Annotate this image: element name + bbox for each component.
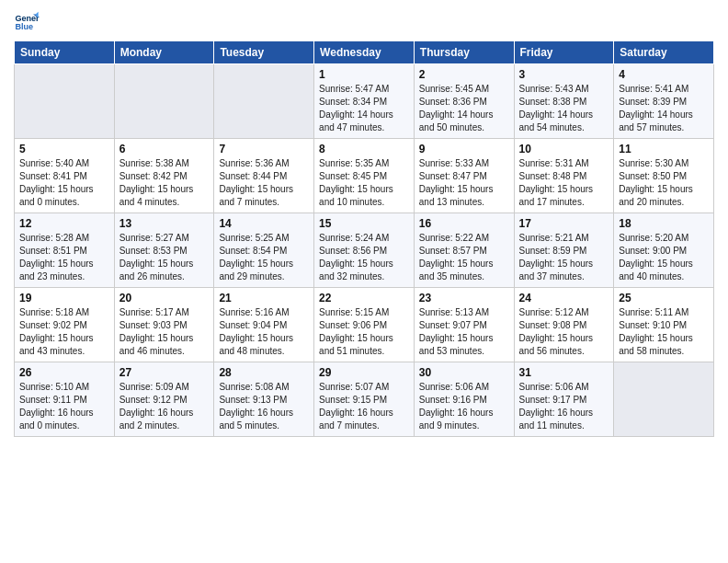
day-info: Sunrise: 5:33 AM Sunset: 8:47 PM Dayligh… bbox=[419, 157, 509, 209]
col-header-friday: Friday bbox=[514, 41, 614, 64]
day-number: 16 bbox=[419, 217, 509, 230]
week-row-2: 5Sunrise: 5:40 AM Sunset: 8:41 PM Daylig… bbox=[15, 139, 714, 213]
week-row-4: 19Sunrise: 5:18 AM Sunset: 9:02 PM Dayli… bbox=[15, 288, 714, 362]
day-cell: 28Sunrise: 5:08 AM Sunset: 9:13 PM Dayli… bbox=[214, 362, 314, 437]
day-cell: 6Sunrise: 5:38 AM Sunset: 8:42 PM Daylig… bbox=[114, 139, 214, 213]
day-info: Sunrise: 5:20 AM Sunset: 9:00 PM Dayligh… bbox=[619, 232, 709, 283]
day-info: Sunrise: 5:30 AM Sunset: 8:50 PM Dayligh… bbox=[619, 157, 709, 209]
day-cell bbox=[214, 64, 314, 139]
day-info: Sunrise: 5:18 AM Sunset: 9:02 PM Dayligh… bbox=[19, 306, 109, 358]
day-info: Sunrise: 5:43 AM Sunset: 8:38 PM Dayligh… bbox=[519, 83, 609, 134]
day-number: 9 bbox=[419, 143, 509, 155]
day-info: Sunrise: 5:24 AM Sunset: 8:56 PM Dayligh… bbox=[319, 232, 409, 283]
day-cell: 20Sunrise: 5:17 AM Sunset: 9:03 PM Dayli… bbox=[114, 288, 214, 362]
calendar-header-row: SundayMondayTuesdayWednesdayThursdayFrid… bbox=[15, 41, 714, 64]
day-info: Sunrise: 5:31 AM Sunset: 8:48 PM Dayligh… bbox=[519, 157, 609, 209]
day-number: 8 bbox=[319, 143, 409, 155]
day-number: 26 bbox=[19, 366, 109, 379]
day-number: 18 bbox=[619, 217, 709, 230]
day-info: Sunrise: 5:16 AM Sunset: 9:04 PM Dayligh… bbox=[219, 306, 309, 358]
day-number: 14 bbox=[219, 217, 309, 230]
day-cell: 21Sunrise: 5:16 AM Sunset: 9:04 PM Dayli… bbox=[214, 288, 314, 362]
day-number: 20 bbox=[119, 292, 210, 304]
day-number: 4 bbox=[619, 68, 709, 81]
calendar-table: SundayMondayTuesdayWednesdayThursdayFrid… bbox=[14, 40, 714, 437]
day-number: 23 bbox=[419, 292, 509, 304]
day-info: Sunrise: 5:08 AM Sunset: 9:13 PM Dayligh… bbox=[219, 381, 309, 432]
day-cell bbox=[15, 64, 115, 139]
day-cell: 23Sunrise: 5:13 AM Sunset: 9:07 PM Dayli… bbox=[414, 288, 514, 362]
day-number: 27 bbox=[119, 366, 210, 379]
col-header-wednesday: Wednesday bbox=[314, 41, 415, 64]
day-cell: 3Sunrise: 5:43 AM Sunset: 8:38 PM Daylig… bbox=[514, 64, 614, 139]
day-info: Sunrise: 5:21 AM Sunset: 8:59 PM Dayligh… bbox=[519, 232, 609, 283]
day-cell: 27Sunrise: 5:09 AM Sunset: 9:12 PM Dayli… bbox=[114, 362, 214, 437]
week-row-1: 1Sunrise: 5:47 AM Sunset: 8:34 PM Daylig… bbox=[15, 64, 714, 139]
day-info: Sunrise: 5:09 AM Sunset: 9:12 PM Dayligh… bbox=[119, 381, 210, 432]
logo-icon: General Blue bbox=[14, 9, 40, 35]
day-cell: 25Sunrise: 5:11 AM Sunset: 9:10 PM Dayli… bbox=[614, 288, 714, 362]
day-number: 19 bbox=[19, 292, 109, 304]
day-cell: 24Sunrise: 5:12 AM Sunset: 9:08 PM Dayli… bbox=[514, 288, 614, 362]
day-cell: 30Sunrise: 5:06 AM Sunset: 9:16 PM Dayli… bbox=[414, 362, 514, 437]
day-cell: 15Sunrise: 5:24 AM Sunset: 8:56 PM Dayli… bbox=[314, 213, 415, 288]
day-number: 7 bbox=[219, 143, 309, 155]
day-cell: 12Sunrise: 5:28 AM Sunset: 8:51 PM Dayli… bbox=[15, 213, 115, 288]
day-cell: 4Sunrise: 5:41 AM Sunset: 8:39 PM Daylig… bbox=[614, 64, 714, 139]
day-info: Sunrise: 5:17 AM Sunset: 9:03 PM Dayligh… bbox=[119, 306, 210, 358]
day-number: 11 bbox=[619, 143, 709, 155]
day-cell: 5Sunrise: 5:40 AM Sunset: 8:41 PM Daylig… bbox=[15, 139, 115, 213]
day-cell: 29Sunrise: 5:07 AM Sunset: 9:15 PM Dayli… bbox=[314, 362, 415, 437]
day-cell bbox=[114, 64, 214, 139]
day-cell: 1Sunrise: 5:47 AM Sunset: 8:34 PM Daylig… bbox=[314, 64, 415, 139]
day-number: 2 bbox=[419, 68, 509, 81]
col-header-tuesday: Tuesday bbox=[214, 41, 314, 64]
week-row-3: 12Sunrise: 5:28 AM Sunset: 8:51 PM Dayli… bbox=[15, 213, 714, 288]
col-header-thursday: Thursday bbox=[414, 41, 514, 64]
day-cell: 13Sunrise: 5:27 AM Sunset: 8:53 PM Dayli… bbox=[114, 213, 214, 288]
day-cell: 14Sunrise: 5:25 AM Sunset: 8:54 PM Dayli… bbox=[214, 213, 314, 288]
day-info: Sunrise: 5:11 AM Sunset: 9:10 PM Dayligh… bbox=[619, 306, 709, 358]
day-info: Sunrise: 5:45 AM Sunset: 8:36 PM Dayligh… bbox=[419, 83, 509, 134]
day-info: Sunrise: 5:10 AM Sunset: 9:11 PM Dayligh… bbox=[19, 381, 109, 432]
col-header-saturday: Saturday bbox=[614, 41, 714, 64]
day-number: 15 bbox=[319, 217, 409, 230]
day-number: 28 bbox=[219, 366, 309, 379]
day-info: Sunrise: 5:41 AM Sunset: 8:39 PM Dayligh… bbox=[619, 83, 709, 134]
day-number: 17 bbox=[519, 217, 609, 230]
day-number: 6 bbox=[119, 143, 210, 155]
day-info: Sunrise: 5:12 AM Sunset: 9:08 PM Dayligh… bbox=[519, 306, 609, 358]
day-number: 12 bbox=[19, 217, 109, 230]
day-number: 1 bbox=[319, 68, 409, 81]
day-number: 25 bbox=[619, 292, 709, 304]
day-info: Sunrise: 5:36 AM Sunset: 8:44 PM Dayligh… bbox=[219, 157, 309, 209]
day-number: 30 bbox=[419, 366, 509, 379]
day-cell: 19Sunrise: 5:18 AM Sunset: 9:02 PM Dayli… bbox=[15, 288, 115, 362]
day-info: Sunrise: 5:06 AM Sunset: 9:17 PM Dayligh… bbox=[519, 381, 609, 432]
logo: General Blue bbox=[14, 9, 40, 35]
col-header-monday: Monday bbox=[114, 41, 214, 64]
day-info: Sunrise: 5:15 AM Sunset: 9:06 PM Dayligh… bbox=[319, 306, 409, 358]
day-info: Sunrise: 5:25 AM Sunset: 8:54 PM Dayligh… bbox=[219, 232, 309, 283]
day-info: Sunrise: 5:22 AM Sunset: 8:57 PM Dayligh… bbox=[419, 232, 509, 283]
day-number: 10 bbox=[519, 143, 609, 155]
day-cell: 11Sunrise: 5:30 AM Sunset: 8:50 PM Dayli… bbox=[614, 139, 714, 213]
day-cell: 9Sunrise: 5:33 AM Sunset: 8:47 PM Daylig… bbox=[414, 139, 514, 213]
day-cell: 18Sunrise: 5:20 AM Sunset: 9:00 PM Dayli… bbox=[614, 213, 714, 288]
page-header: General Blue bbox=[14, 9, 714, 35]
day-cell: 17Sunrise: 5:21 AM Sunset: 8:59 PM Dayli… bbox=[514, 213, 614, 288]
day-number: 3 bbox=[519, 68, 609, 81]
day-number: 13 bbox=[119, 217, 210, 230]
day-cell: 7Sunrise: 5:36 AM Sunset: 8:44 PM Daylig… bbox=[214, 139, 314, 213]
calendar-body: 1Sunrise: 5:47 AM Sunset: 8:34 PM Daylig… bbox=[15, 64, 714, 437]
day-number: 29 bbox=[319, 366, 409, 379]
day-number: 22 bbox=[319, 292, 409, 304]
day-cell: 8Sunrise: 5:35 AM Sunset: 8:45 PM Daylig… bbox=[314, 139, 415, 213]
day-cell bbox=[614, 362, 714, 437]
day-info: Sunrise: 5:38 AM Sunset: 8:42 PM Dayligh… bbox=[119, 157, 210, 209]
day-info: Sunrise: 5:35 AM Sunset: 8:45 PM Dayligh… bbox=[319, 157, 409, 209]
day-cell: 16Sunrise: 5:22 AM Sunset: 8:57 PM Dayli… bbox=[414, 213, 514, 288]
day-info: Sunrise: 5:06 AM Sunset: 9:16 PM Dayligh… bbox=[419, 381, 509, 432]
day-info: Sunrise: 5:13 AM Sunset: 9:07 PM Dayligh… bbox=[419, 306, 509, 358]
day-number: 31 bbox=[519, 366, 609, 379]
